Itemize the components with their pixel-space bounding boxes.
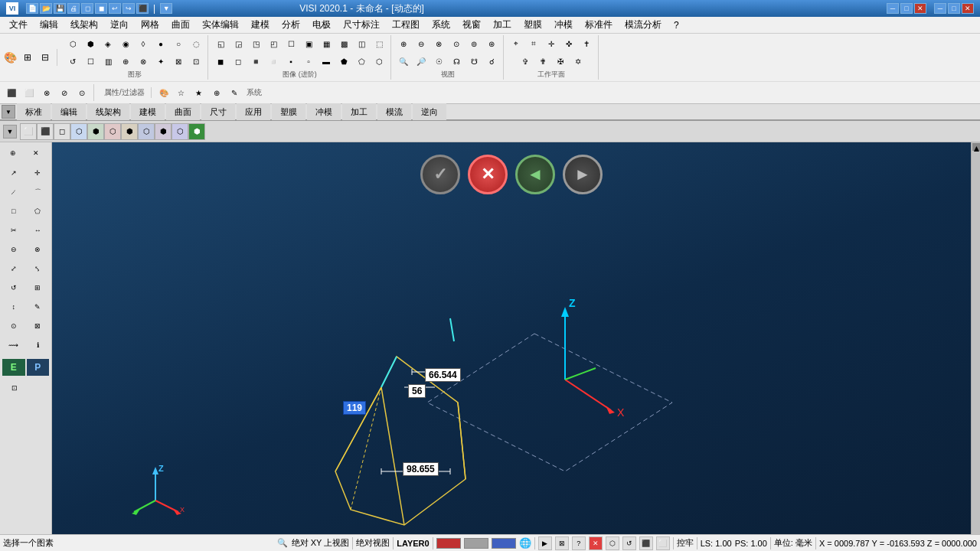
sb-trim[interactable]: ✂ xyxy=(2,222,25,239)
wp-btn2[interactable]: ⌗ xyxy=(525,35,542,52)
sb-rotate[interactable]: ↺ xyxy=(2,279,25,296)
view-btn11[interactable]: ☋ xyxy=(466,53,482,70)
view-2d[interactable]: ⬜ xyxy=(20,123,37,140)
wp-btn3[interactable]: ✛ xyxy=(543,35,560,52)
menu-stamping[interactable]: 冲模 xyxy=(548,17,579,33)
bottom-btn8[interactable]: ⬜ xyxy=(656,536,670,550)
menu-drawing[interactable]: 工程图 xyxy=(386,17,426,33)
fig-btn11[interactable]: ▥ xyxy=(100,53,116,70)
view-btn6[interactable]: ⊛ xyxy=(483,35,500,52)
sb-note[interactable]: ✎ xyxy=(27,298,50,315)
menu-machining[interactable]: 加工 xyxy=(487,17,518,33)
img-btn3[interactable]: ◳ xyxy=(247,35,264,52)
sys-btn1[interactable]: 🎨 xyxy=(155,84,172,101)
sb-dim[interactable]: ↕ xyxy=(2,298,25,315)
prop-btn1[interactable]: ⬛ xyxy=(3,84,20,101)
fig-btn13[interactable]: ⊗ xyxy=(135,53,152,70)
sb-grid[interactable]: ⊠ xyxy=(27,318,50,334)
view-btn1[interactable]: ⊕ xyxy=(395,35,412,52)
tab-dimension[interactable]: 尺寸 xyxy=(201,103,235,120)
menu-mold[interactable]: 塑膜 xyxy=(518,17,548,33)
view-cube4[interactable]: ⬢ xyxy=(121,123,138,140)
view-btn2[interactable]: ⊖ xyxy=(413,35,430,52)
bottom-btn7[interactable]: ⬛ xyxy=(639,536,653,550)
sb-btn2[interactable]: ✕ xyxy=(25,145,47,161)
tab-standard[interactable]: 标准 xyxy=(17,103,51,120)
img-btn5[interactable]: ☐ xyxy=(283,35,299,52)
sb-meas[interactable]: ⟿ xyxy=(2,337,25,354)
img-btn19[interactable]: ⬠ xyxy=(353,53,370,70)
canvas-viewport[interactable]: ✓ ✕ ◄ ► Z X xyxy=(52,142,971,551)
forward-btn[interactable]: ► xyxy=(563,155,603,194)
view-cube1[interactable]: ⬡ xyxy=(70,123,87,140)
menu-standard[interactable]: 标准件 xyxy=(579,17,619,33)
view-btn12[interactable]: ☌ xyxy=(483,53,500,70)
wp-btn9[interactable]: ✡ xyxy=(570,53,586,70)
menu-model[interactable]: 建模 xyxy=(245,17,276,33)
print-btn[interactable]: 🖨 xyxy=(67,3,80,14)
color-swatch3[interactable] xyxy=(492,538,516,549)
cancel-btn[interactable]: ✕ xyxy=(468,155,508,194)
sys-btn2[interactable]: ☆ xyxy=(173,84,190,101)
search-icon[interactable]: 🔍 xyxy=(276,537,289,549)
tb5[interactable]: ◻ xyxy=(81,3,93,14)
menu-edit[interactable]: 编辑 xyxy=(34,17,64,33)
view-btn8[interactable]: 🔎 xyxy=(413,53,430,70)
sys-btn4[interactable]: ⊕ xyxy=(208,84,225,101)
img-btn17[interactable]: ▬ xyxy=(318,53,335,70)
view-cube3[interactable]: ⬡ xyxy=(104,123,121,140)
tab-model[interactable]: 建模 xyxy=(131,103,165,120)
sb-rect[interactable]: □ xyxy=(2,203,25,220)
tb-filter-btn[interactable]: ⊟ xyxy=(37,49,54,66)
fig-btn3[interactable]: ◈ xyxy=(100,35,116,52)
img-btn11[interactable]: ◼ xyxy=(212,53,229,70)
scroll-up[interactable]: ▲ xyxy=(972,143,980,151)
menu-system[interactable]: 系统 xyxy=(426,17,456,33)
menu-mesh[interactable]: 网格 xyxy=(135,17,165,33)
fig-btn15[interactable]: ⊠ xyxy=(170,53,187,70)
menu-electrode[interactable]: 电极 xyxy=(306,17,337,33)
sb-cross[interactable]: ✛ xyxy=(27,165,50,181)
view-btn7[interactable]: 🔍 xyxy=(395,53,412,70)
img-btn6[interactable]: ▣ xyxy=(300,35,317,52)
fig-btn5[interactable]: ◊ xyxy=(135,35,152,52)
sub-minimize[interactable]: ─ xyxy=(934,3,946,14)
save-btn[interactable]: 💾 xyxy=(54,3,66,14)
fig-btn12[interactable]: ⊕ xyxy=(117,53,134,70)
bottom-btn4[interactable]: ✕ xyxy=(589,536,603,550)
view-btn3[interactable]: ⊗ xyxy=(430,35,447,52)
sb-copy[interactable]: ⤣ xyxy=(27,260,50,277)
menu-surface[interactable]: 曲面 xyxy=(165,17,196,33)
img-btn20[interactable]: ⬡ xyxy=(371,53,387,70)
img-btn12[interactable]: ◻ xyxy=(230,53,247,70)
menu-file[interactable]: 文件 xyxy=(3,17,34,33)
img-btn8[interactable]: ▩ xyxy=(335,35,352,52)
menu-help[interactable]: ? xyxy=(668,18,685,32)
tb-color-btn[interactable]: 🎨 xyxy=(2,49,18,66)
prop-btn5[interactable]: ⊙ xyxy=(74,84,90,101)
tb8[interactable]: ↪ xyxy=(122,3,135,14)
img-btn16[interactable]: ▫ xyxy=(300,53,317,70)
img-btn10[interactable]: ⬚ xyxy=(371,35,387,52)
sb-e-btn[interactable]: E xyxy=(2,359,25,376)
view-wire[interactable]: ◻ xyxy=(54,123,70,140)
tb-layer-btn[interactable]: ⊞ xyxy=(19,49,36,66)
tab-mold[interactable]: 塑膜 xyxy=(272,103,305,120)
color-swatch1[interactable] xyxy=(436,538,461,549)
menu-analysis[interactable]: 分析 xyxy=(276,17,306,33)
globe-icon[interactable]: 🌐 xyxy=(519,537,531,549)
sb-poly[interactable]: ⬠ xyxy=(27,203,50,220)
sb-snap[interactable]: ⊙ xyxy=(2,318,25,334)
img-btn9[interactable]: ◫ xyxy=(353,35,370,52)
right-scrollbar[interactable]: ▲ ▼ xyxy=(971,142,980,551)
sb-line[interactable]: ⟋ xyxy=(2,184,25,201)
img-btn15[interactable]: ▪ xyxy=(283,53,299,70)
sb-move[interactable]: ⤢ xyxy=(2,260,25,277)
menu-reverse[interactable]: 逆向 xyxy=(104,17,135,33)
view-toggle[interactable]: ▼ xyxy=(3,125,17,139)
bottom-btn5[interactable]: ⬡ xyxy=(606,536,619,550)
fig-btn6[interactable]: ● xyxy=(152,35,169,52)
back-btn[interactable]: ◄ xyxy=(515,155,555,194)
new-btn[interactable]: 📄 xyxy=(26,3,38,14)
wp-btn4[interactable]: ✜ xyxy=(560,35,577,52)
